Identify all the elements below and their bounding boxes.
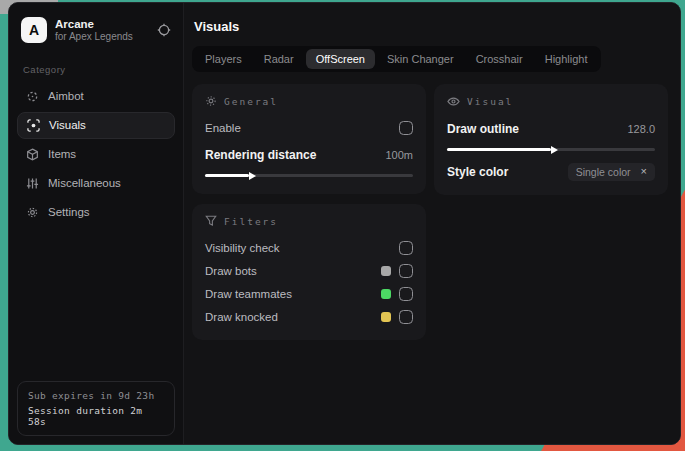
scan-eye-icon: [27, 119, 40, 132]
sidebar-item-aimbot[interactable]: Aimbot: [17, 83, 175, 110]
draw-bots-color-swatch[interactable]: [381, 266, 391, 276]
enable-checkbox[interactable]: [399, 121, 413, 135]
gear-icon: [26, 206, 39, 219]
sidebar-item-items[interactable]: Items: [17, 141, 175, 168]
sidebar: A Arcane for Apex Legends Category: [9, 3, 184, 444]
draw-knocked-color-swatch[interactable]: [381, 312, 391, 322]
draw-teammates-checkbox[interactable]: [399, 287, 413, 301]
visibility-check-row: Visibility check: [205, 237, 413, 258]
sidebar-nav: Aimbot Visuals: [17, 83, 175, 226]
general-panel: General Enable Rendering distance 100m: [192, 84, 426, 194]
draw-bots-label: Draw bots: [205, 265, 257, 277]
draw-outline-value: 128.0: [627, 123, 655, 135]
sidebar-item-label: Miscellaneous: [48, 177, 121, 189]
tab-offscreen[interactable]: OffScreen: [306, 49, 375, 69]
sidebar-item-miscellaneous[interactable]: Miscellaneous: [17, 170, 175, 197]
sun-gear-icon: [205, 95, 217, 107]
tab-highlight[interactable]: Highlight: [535, 49, 598, 69]
app-window: A Arcane for Apex Legends Category: [8, 2, 681, 445]
slider-fill: [205, 174, 249, 177]
rendering-distance-label: Rendering distance: [205, 148, 316, 162]
page-title: Visuals: [194, 19, 668, 34]
style-color-row: Style color Single color ×: [447, 161, 655, 182]
subscription-info-box: Sub expires in 9d 23h Session duration 2…: [17, 381, 175, 436]
category-label: Category: [23, 64, 169, 75]
brand-name: Arcane: [55, 17, 149, 31]
draw-bots-row: Draw bots: [205, 260, 413, 281]
sliders-icon: [26, 177, 39, 190]
sidebar-item-visuals[interactable]: Visuals: [17, 112, 175, 139]
draw-outline-label: Draw outline: [447, 122, 519, 136]
sidebar-item-settings[interactable]: Settings: [17, 199, 175, 226]
draw-teammates-row: Draw teammates: [205, 283, 413, 304]
visibility-check-label: Visibility check: [205, 242, 280, 254]
rendering-distance-value: 100m: [385, 149, 413, 161]
brand-header: A Arcane for Apex Legends: [17, 13, 175, 54]
draw-knocked-checkbox[interactable]: [399, 310, 413, 324]
general-panel-header: General: [205, 95, 413, 107]
brand-subtitle: for Apex Legends: [55, 31, 149, 44]
sidebar-item-label: Items: [48, 148, 76, 160]
main-content: Visuals Players Radar OffScreen Skin Cha…: [184, 3, 681, 444]
slider-thumb[interactable]: [249, 172, 256, 180]
draw-bots-checkbox[interactable]: [399, 264, 413, 278]
left-column: General Enable Rendering distance 100m: [192, 84, 426, 340]
tab-radar[interactable]: Radar: [254, 49, 304, 69]
tab-crosshair[interactable]: Crosshair: [466, 49, 533, 69]
tab-players[interactable]: Players: [195, 49, 252, 69]
enable-label: Enable: [205, 122, 241, 134]
filters-panel-header: Filters: [205, 215, 413, 227]
slider-thumb[interactable]: [551, 146, 558, 154]
style-color-label: Style color: [447, 165, 508, 179]
draw-teammates-label: Draw teammates: [205, 288, 292, 300]
style-color-select[interactable]: Single color ×: [568, 163, 655, 181]
brand-text: Arcane for Apex Legends: [55, 17, 149, 44]
style-color-selected-value: Single color: [576, 166, 631, 178]
general-panel-title: General: [224, 96, 278, 107]
rendering-distance-row: Rendering distance 100m: [205, 144, 413, 165]
draw-knocked-row: Draw knocked: [205, 306, 413, 327]
draw-outline-slider[interactable]: [447, 148, 655, 151]
sub-expiry-text: Sub expires in 9d 23h: [28, 390, 164, 401]
eye-icon: [447, 95, 460, 108]
target-icon[interactable]: [157, 23, 171, 37]
cube-icon: [26, 148, 39, 161]
rendering-distance-slider[interactable]: [205, 174, 413, 177]
visual-panel-title: Visual: [467, 96, 513, 107]
filters-panel-title: Filters: [224, 216, 278, 227]
right-column: Visual Draw outline 128.0 Style: [434, 84, 668, 195]
tab-skin-changer[interactable]: Skin Changer: [377, 49, 464, 69]
sidebar-item-label: Settings: [48, 206, 90, 218]
desktop-background: A Arcane for Apex Legends Category: [0, 0, 685, 451]
enable-row: Enable: [205, 117, 413, 138]
sidebar-item-label: Visuals: [49, 119, 86, 131]
funnel-icon: [205, 215, 217, 227]
slider-fill: [447, 148, 551, 151]
visibility-check-checkbox[interactable]: [399, 241, 413, 255]
panels-grid: General Enable Rendering distance 100m: [192, 84, 668, 340]
session-duration-text: Session duration 2m 58s: [28, 405, 164, 427]
visual-panel-header: Visual: [447, 95, 655, 108]
draw-teammates-color-swatch[interactable]: [381, 289, 391, 299]
visual-panel: Visual Draw outline 128.0 Style: [434, 84, 668, 195]
crosshair-icon: [26, 90, 39, 103]
draw-outline-row: Draw outline 128.0: [447, 118, 655, 139]
draw-knocked-label: Draw knocked: [205, 311, 278, 323]
visuals-tabbar: Players Radar OffScreen Skin Changer Cro…: [192, 46, 601, 72]
brand-logo: A: [21, 17, 47, 43]
filters-panel: Filters Visibility check Draw bots: [192, 204, 426, 340]
sidebar-item-label: Aimbot: [48, 90, 84, 102]
clear-icon[interactable]: ×: [641, 166, 647, 177]
